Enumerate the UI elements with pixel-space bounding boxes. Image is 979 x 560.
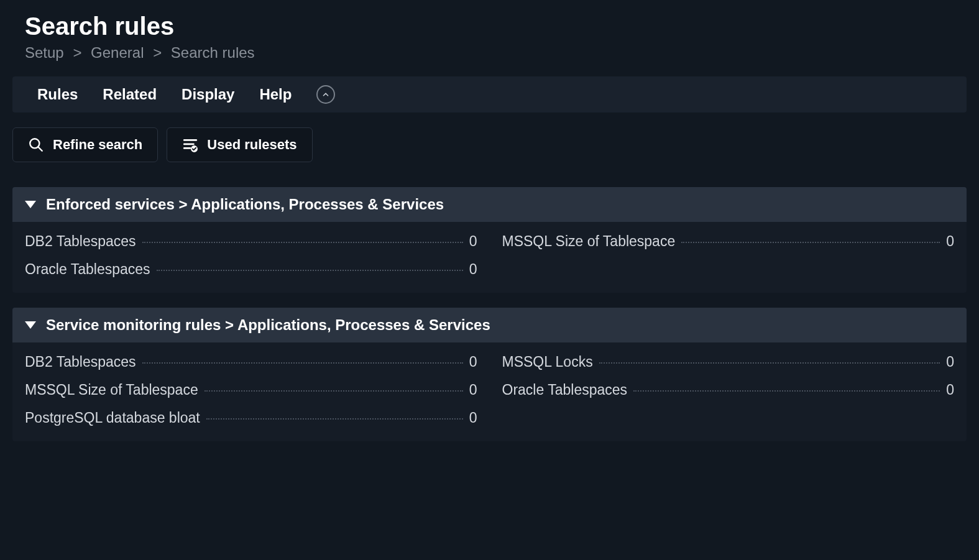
section-header[interactable]: Service monitoring rules > Applications,… [12, 308, 967, 342]
search-icon [28, 137, 44, 153]
section-header[interactable]: Enforced services > Applications, Proces… [12, 187, 967, 222]
chevron-up-icon [321, 90, 330, 99]
breadcrumb-item[interactable]: General [91, 44, 144, 61]
breadcrumb-item[interactable]: Search rules [171, 44, 255, 61]
section-body: DB2 Tablespaces 0 MSSQL Size of Tablespa… [12, 222, 967, 293]
breadcrumb-sep: > [73, 44, 81, 61]
rule-dots [142, 362, 463, 364]
rule-row[interactable]: PostgreSQL database bloat 0 [25, 410, 477, 426]
collapse-menubar-button[interactable] [316, 85, 335, 104]
menubar: Rules Related Display Help [12, 76, 967, 112]
rule-count: 0 [469, 382, 477, 398]
filter-check-icon [182, 137, 198, 153]
rule-count: 0 [469, 410, 477, 426]
rule-label: DB2 Tablespaces [25, 233, 136, 250]
rule-count: 0 [469, 233, 477, 250]
rule-count: 0 [946, 382, 954, 398]
rule-row[interactable]: Oracle Tablespaces 0 [502, 382, 955, 398]
menu-rules[interactable]: Rules [37, 86, 78, 103]
rule-label: DB2 Tablespaces [25, 354, 136, 370]
breadcrumb-item[interactable]: Setup [25, 44, 64, 61]
rule-label: Oracle Tablespaces [502, 382, 628, 398]
rule-row[interactable]: Oracle Tablespaces 0 [25, 261, 477, 278]
rule-label: MSSQL Locks [502, 354, 593, 370]
rule-dots [142, 242, 463, 243]
rule-label: MSSQL Size of Tablespace [25, 382, 198, 398]
refine-search-button[interactable]: Refine search [12, 127, 158, 162]
menu-related[interactable]: Related [103, 86, 157, 103]
rule-dots [206, 418, 463, 420]
svg-line-1 [38, 147, 42, 151]
used-rulesets-label: Used rulesets [207, 137, 296, 153]
section-enforced-services: Enforced services > Applications, Proces… [12, 187, 967, 293]
rule-row[interactable]: MSSQL Locks 0 [502, 354, 955, 370]
section-title: Service monitoring rules > Applications,… [46, 316, 490, 334]
section-service-monitoring: Service monitoring rules > Applications,… [12, 308, 967, 441]
menu-display[interactable]: Display [182, 86, 234, 103]
rule-count: 0 [469, 354, 477, 370]
rule-dots [205, 390, 463, 392]
section-title: Enforced services > Applications, Proces… [46, 196, 444, 213]
page-title: Search rules [0, 12, 979, 40]
rule-count: 0 [946, 233, 954, 250]
caret-down-icon [25, 321, 36, 329]
rule-dots [681, 242, 940, 243]
rule-label: Oracle Tablespaces [25, 261, 150, 278]
rule-dots [599, 362, 940, 364]
rule-row[interactable]: MSSQL Size of Tablespace 0 [25, 382, 477, 398]
rule-dots [157, 270, 463, 271]
toolbar: Refine search Used rulesets [0, 127, 979, 162]
refine-search-label: Refine search [53, 137, 142, 153]
rule-row[interactable]: MSSQL Size of Tablespace 0 [502, 233, 955, 250]
menu-help[interactable]: Help [259, 86, 292, 103]
breadcrumb-sep: > [153, 44, 162, 61]
breadcrumb: Setup > General > Search rules [0, 44, 979, 62]
section-body: DB2 Tablespaces 0 MSSQL Locks 0 MSSQL Si… [12, 342, 967, 441]
used-rulesets-button[interactable]: Used rulesets [167, 127, 312, 162]
caret-down-icon [25, 201, 36, 208]
rule-label: MSSQL Size of Tablespace [502, 233, 676, 250]
rule-count: 0 [946, 354, 954, 370]
rule-label: PostgreSQL database bloat [25, 410, 200, 426]
rule-row[interactable]: DB2 Tablespaces 0 [25, 233, 477, 250]
rule-row[interactable]: DB2 Tablespaces 0 [25, 354, 477, 370]
rule-dots [633, 390, 940, 392]
rule-count: 0 [469, 261, 477, 278]
